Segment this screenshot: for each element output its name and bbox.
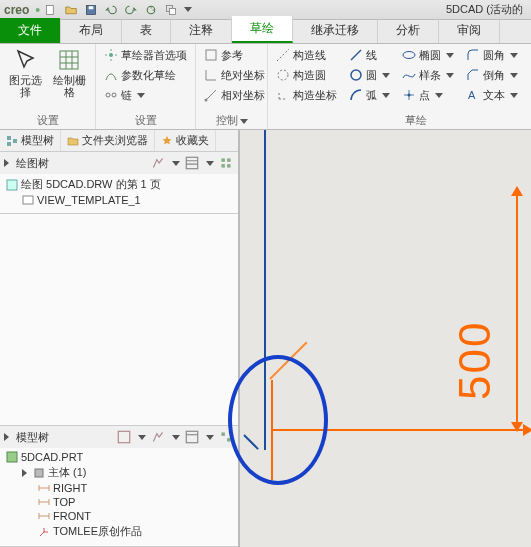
svg-point-11	[205, 99, 208, 102]
app-logo: creo	[4, 3, 29, 17]
qat-windows-icon[interactable]	[162, 2, 180, 18]
group-label-settings: 设置	[6, 112, 89, 129]
svg-point-13	[351, 70, 361, 80]
svg-rect-0	[47, 5, 54, 14]
model-tree-section: 模型树 5DCAD.PRT 主体 (1) RIGHT TOP FRONT TOM…	[0, 425, 238, 547]
relative-coord-button[interactable]: 相对坐标	[202, 86, 267, 104]
sketcher-prefs-button[interactable]: 草绘器首选项	[102, 46, 189, 64]
tree-settings-icon[interactable]	[184, 155, 200, 171]
logo-dot: •	[35, 2, 40, 18]
line-button[interactable]: 线	[347, 46, 392, 64]
svg-point-8	[106, 93, 110, 97]
parametric-sketch-button[interactable]: 参数化草绘	[102, 66, 189, 84]
tree-drawing-page[interactable]: 绘图 5DCAD.DRW 的第 1 页	[4, 176, 238, 193]
graphics-canvas[interactable]: 500	[240, 130, 531, 547]
svg-rect-22	[227, 158, 230, 161]
fillet-button[interactable]: 圆角	[464, 46, 520, 64]
absolute-coord-button[interactable]: 绝对坐标	[202, 66, 267, 84]
construction-csys-button[interactable]: 构造坐标	[274, 86, 339, 104]
qat-save-icon[interactable]	[82, 2, 100, 18]
subtab-folder-browser[interactable]: 文件夹浏览器	[61, 130, 155, 151]
caret-icon	[137, 93, 145, 98]
panel-area: 模型树 文件夹浏览器 收藏夹 绘图树 绘图 5DCAD.DRW 的第 1 页 V…	[0, 130, 531, 547]
group-sketch: 构造线 构造圆 构造坐标 线 圆 弧 椭圆 样条 点 圆角 倒角 A文本	[268, 44, 531, 129]
svg-rect-31	[7, 452, 17, 462]
dimension-value[interactable]: 500	[450, 321, 500, 400]
svg-point-14	[403, 52, 415, 59]
svg-rect-6	[60, 51, 78, 69]
qat-new-icon[interactable]	[42, 2, 60, 18]
svg-point-7	[109, 53, 113, 57]
expand-icon	[4, 159, 9, 167]
model-tree-body: 5DCAD.PRT 主体 (1) RIGHT TOP FRONT TOMLEE原…	[0, 448, 238, 546]
group-selection: 图元选择 绘制栅格 设置	[0, 44, 96, 129]
navigator-tabs: 模型树 文件夹浏览器 收藏夹	[0, 130, 238, 152]
svg-rect-21	[221, 158, 224, 161]
qat-regen-icon[interactable]	[142, 2, 160, 18]
tab-review[interactable]: 审阅	[439, 18, 500, 43]
drawing-tree-header[interactable]: 绘图树	[0, 152, 238, 174]
tree-view-template[interactable]: VIEW_TEMPLATE_1	[4, 193, 238, 207]
tab-file[interactable]: 文件	[0, 18, 61, 43]
ribbon-tabs: 文件 布局 表 注释 草绘 继承迁移 分析 审阅	[0, 20, 531, 44]
svg-rect-19	[13, 139, 17, 143]
document-title: 5DCAD (活动的	[446, 2, 527, 17]
reference-button[interactable]: 参考	[202, 46, 267, 64]
arc-button[interactable]: 弧	[347, 86, 392, 104]
chain-button[interactable]: 链	[102, 86, 189, 104]
annotation-ellipse	[228, 355, 328, 485]
group-settings2: 草绘器首选项 参数化草绘 链 设置	[96, 44, 196, 129]
qat-open-icon[interactable]	[62, 2, 80, 18]
tab-layout[interactable]: 布局	[61, 18, 122, 43]
tree-datum-right[interactable]: RIGHT	[4, 481, 238, 495]
tab-table[interactable]: 表	[122, 18, 171, 43]
svg-rect-18	[7, 142, 11, 146]
group-label-control: 控制	[202, 112, 261, 129]
qat-redo-icon[interactable]	[122, 2, 140, 18]
svg-rect-5	[170, 8, 176, 14]
model-tree-header[interactable]: 模型树	[0, 426, 238, 448]
tab-sketch[interactable]: 草绘	[232, 16, 293, 43]
tree-tool-icon[interactable]	[150, 155, 166, 171]
drawing-tree-section: 绘图树 绘图 5DCAD.DRW 的第 1 页 VIEW_TEMPLATE_1	[0, 152, 238, 214]
group-label-settings2: 设置	[102, 112, 189, 129]
circle-button[interactable]: 圆	[347, 66, 392, 84]
svg-rect-20	[186, 157, 197, 168]
subtab-favorites[interactable]: 收藏夹	[155, 130, 216, 151]
expand-icon	[4, 433, 9, 441]
tree-tool2-icon[interactable]	[150, 429, 166, 445]
text-button[interactable]: A文本	[464, 86, 520, 104]
svg-rect-10	[206, 50, 216, 60]
tree-part-root[interactable]: 5DCAD.PRT	[4, 450, 238, 464]
tree-datum-top[interactable]: TOP	[4, 495, 238, 509]
construction-circle-button[interactable]: 构造圆	[274, 66, 339, 84]
svg-text:A: A	[468, 89, 476, 101]
tree-datum-front[interactable]: FRONT	[4, 509, 238, 523]
tree-settings-icon[interactable]	[184, 429, 200, 445]
point-button[interactable]: 点	[400, 86, 456, 104]
group-control: 参考 绝对坐标 相对坐标 控制	[196, 44, 268, 129]
qat-undo-icon[interactable]	[102, 2, 120, 18]
tab-inherit[interactable]: 继承迁移	[293, 18, 378, 43]
construction-line-button[interactable]: 构造线	[274, 46, 339, 64]
left-panel: 模型树 文件夹浏览器 收藏夹 绘图树 绘图 5DCAD.DRW 的第 1 页 V…	[0, 130, 240, 547]
tree-show-icon[interactable]	[218, 155, 234, 171]
tree-csys-node[interactable]: TOMLEE原创作品	[4, 523, 238, 540]
tree-body-node[interactable]: 主体 (1)	[4, 464, 238, 481]
grid-button[interactable]: 绘制栅格	[50, 46, 90, 112]
svg-rect-29	[221, 432, 224, 435]
ribbon: 图元选择 绘制栅格 设置 草绘器首选项 参数化草绘 链 设置 参考 绝对坐标 相…	[0, 44, 531, 130]
svg-rect-26	[23, 196, 33, 204]
spline-button[interactable]: 样条	[400, 66, 456, 84]
qat-more-icon[interactable]	[184, 7, 192, 12]
drawing-tree-body: 绘图 5DCAD.DRW 的第 1 页 VIEW_TEMPLATE_1	[0, 174, 238, 213]
tab-annotate[interactable]: 注释	[171, 18, 232, 43]
chamfer-button[interactable]: 倒角	[464, 66, 520, 84]
tab-analysis[interactable]: 分析	[378, 18, 439, 43]
select-button[interactable]: 图元选择	[6, 46, 46, 112]
svg-point-9	[112, 93, 116, 97]
tree-tool-icon[interactable]	[116, 429, 132, 445]
subtab-model-tree[interactable]: 模型树	[0, 130, 61, 151]
ellipse-button[interactable]: 椭圆	[400, 46, 456, 64]
svg-rect-2	[89, 6, 94, 9]
